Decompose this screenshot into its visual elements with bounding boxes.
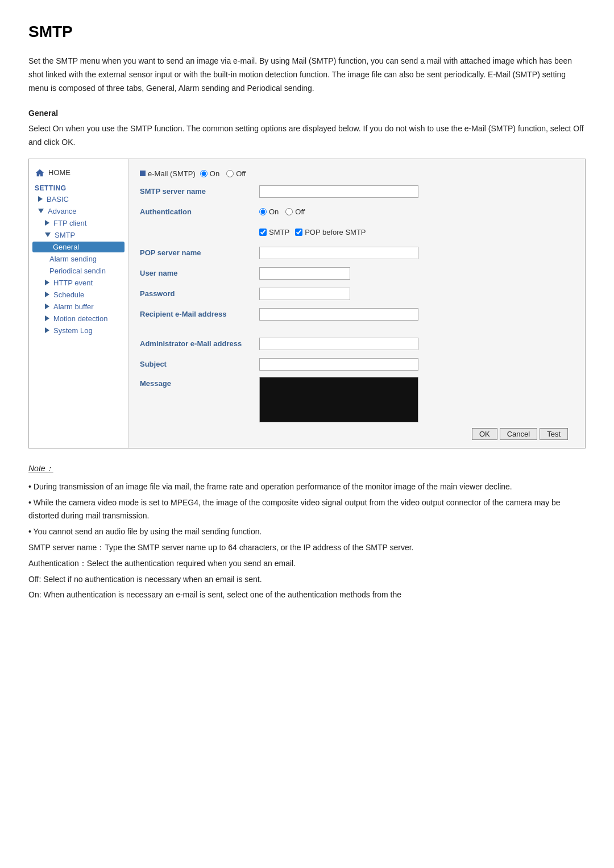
subject-row: Subject bbox=[140, 356, 574, 372]
sidebar-item-ftp-client[interactable]: FTP client bbox=[29, 217, 128, 229]
general-heading: General bbox=[28, 109, 586, 118]
note-item-0: • During transmission of an image file v… bbox=[28, 480, 586, 494]
recipient-row: Recipient e-Mail address bbox=[140, 306, 574, 322]
auth-off-label[interactable]: Off bbox=[285, 207, 305, 216]
intro-text: Set the SMTP menu when you want to send … bbox=[28, 55, 586, 95]
arrow-right-icon-http bbox=[45, 280, 49, 285]
notes-section: Note： • During transmission of an image … bbox=[28, 462, 586, 602]
password-row: Password bbox=[140, 286, 574, 302]
sidebar-item-advance[interactable]: Advance bbox=[29, 205, 128, 217]
page-title: SMTP bbox=[28, 23, 586, 41]
auth-on-radio[interactable] bbox=[259, 208, 267, 215]
email-smtp-on-label[interactable]: On bbox=[200, 169, 219, 178]
sidebar-home[interactable]: HOME bbox=[29, 165, 128, 181]
pop-server-input[interactable] bbox=[259, 247, 418, 259]
main-form: e-Mail (SMTP) On Off SMTP server name Au… bbox=[128, 159, 585, 448]
pop-checkbox[interactable] bbox=[295, 229, 302, 236]
sidebar-item-periodical-sending[interactable]: Periodical sendin bbox=[29, 265, 128, 277]
message-row: Message bbox=[140, 377, 574, 422]
sidebar-syslog-label: System Log bbox=[53, 326, 93, 335]
arrow-down-icon bbox=[38, 209, 44, 213]
auth-type-row: SMTP POP before SMTP bbox=[140, 225, 574, 240]
password-label: Password bbox=[140, 289, 259, 298]
email-smtp-off-label[interactable]: Off bbox=[226, 169, 246, 178]
email-smtp-row: e-Mail (SMTP) On Off bbox=[140, 169, 574, 178]
subject-input[interactable] bbox=[259, 358, 418, 371]
arrow-down-icon-smtp bbox=[45, 232, 51, 237]
auth-on-text: On bbox=[269, 207, 279, 216]
note-title: Note： bbox=[28, 462, 586, 476]
home-label: HOME bbox=[48, 168, 70, 177]
admin-email-input[interactable] bbox=[259, 338, 418, 350]
message-textarea[interactable] bbox=[259, 377, 418, 422]
smtp-server-input[interactable] bbox=[259, 185, 418, 198]
cancel-button[interactable]: Cancel bbox=[500, 428, 537, 440]
password-input[interactable] bbox=[259, 288, 350, 300]
email-smtp-on-text: On bbox=[210, 169, 219, 178]
sidebar-item-alarm-sending[interactable]: Alarm sending bbox=[29, 253, 128, 265]
sidebar-http-label: HTTP event bbox=[53, 279, 93, 287]
test-button[interactable]: Test bbox=[540, 428, 568, 440]
note-item-6: On: When authentication is necessary an … bbox=[28, 588, 586, 602]
sidebar-general-label: General bbox=[53, 243, 79, 251]
sidebar-item-smtp[interactable]: SMTP bbox=[29, 229, 128, 241]
note-item-2: • You cannot send an audio file by using… bbox=[28, 525, 586, 539]
note-item-4: Authentication：Select the authentication… bbox=[28, 557, 586, 571]
sidebar-item-basic[interactable]: BASIC bbox=[29, 193, 128, 205]
arrow-right-icon bbox=[38, 196, 43, 202]
sidebar-item-motion-detection[interactable]: Motion detection bbox=[29, 313, 128, 325]
spacer bbox=[140, 327, 574, 336]
note-item-5: Off: Select if no authentication is nece… bbox=[28, 573, 586, 587]
sidebar-item-alarm-buffer[interactable]: Alarm buffer bbox=[29, 301, 128, 313]
recipient-input[interactable] bbox=[259, 308, 418, 321]
smtp-checkbox[interactable] bbox=[259, 229, 267, 236]
authentication-row: Authentication On Off bbox=[140, 204, 574, 220]
sidebar-alarm-buffer-label: Alarm buffer bbox=[53, 302, 94, 311]
email-smtp-radio-group: On Off bbox=[200, 169, 246, 178]
smtp-checkbox-label[interactable]: SMTP bbox=[259, 228, 289, 236]
arrow-right-icon-schedule bbox=[45, 292, 49, 297]
admin-email-label: Administrator e-Mail address bbox=[140, 339, 259, 348]
recipient-label: Recipient e-Mail address bbox=[140, 310, 259, 318]
sidebar: HOME SETTING BASIC Advance FTP client SM… bbox=[29, 159, 128, 448]
email-smtp-field-label: e-Mail (SMTP) bbox=[148, 169, 196, 178]
sidebar-item-general[interactable]: General bbox=[32, 242, 125, 252]
ui-panel: HOME SETTING BASIC Advance FTP client SM… bbox=[28, 159, 586, 448]
sidebar-motion-label: Motion detection bbox=[53, 314, 107, 323]
ok-button[interactable]: OK bbox=[472, 428, 497, 440]
buttons-row: OK Cancel Test bbox=[140, 428, 574, 440]
sidebar-item-schedule[interactable]: Schedule bbox=[29, 289, 128, 301]
arrow-right-icon-syslog bbox=[45, 327, 49, 333]
auth-on-label[interactable]: On bbox=[259, 207, 279, 216]
sidebar-ftp-label: FTP client bbox=[53, 219, 86, 227]
smtp-server-label: SMTP server name bbox=[140, 187, 259, 196]
auth-off-radio[interactable] bbox=[285, 208, 293, 215]
note-item-1: • While the camera video mode is set to … bbox=[28, 496, 586, 524]
arrow-right-icon-alarm bbox=[45, 304, 49, 309]
sidebar-alarm-sending-label: Alarm sending bbox=[49, 255, 97, 263]
sidebar-basic-label: BASIC bbox=[47, 195, 69, 203]
auth-off-text: Off bbox=[295, 207, 305, 216]
pop-server-row: POP server name bbox=[140, 245, 574, 261]
note-item-3: SMTP server name：Type the SMTP server na… bbox=[28, 541, 586, 555]
sidebar-smtp-label: SMTP bbox=[55, 231, 75, 239]
square-icon bbox=[140, 171, 146, 176]
pop-server-label: POP server name bbox=[140, 248, 259, 257]
sidebar-item-http-event[interactable]: HTTP event bbox=[29, 277, 128, 289]
user-name-input[interactable] bbox=[259, 267, 350, 280]
auth-checkboxes: SMTP POP before SMTP bbox=[259, 228, 366, 236]
arrow-right-icon-motion bbox=[45, 315, 49, 321]
message-label: Message bbox=[140, 377, 259, 388]
sidebar-item-system-log[interactable]: System Log bbox=[29, 325, 128, 337]
email-smtp-off-radio[interactable] bbox=[226, 170, 234, 177]
email-smtp-off-text: Off bbox=[236, 169, 246, 178]
sidebar-advance-label: Advance bbox=[48, 207, 77, 215]
user-name-label: User name bbox=[140, 269, 259, 277]
email-smtp-on-radio[interactable] bbox=[200, 170, 208, 177]
sidebar-periodical-label: Periodical sendin bbox=[49, 267, 106, 275]
subject-label: Subject bbox=[140, 360, 259, 368]
authentication-label: Authentication bbox=[140, 207, 259, 216]
smtp-server-row: SMTP server name bbox=[140, 184, 574, 200]
setting-label: SETTING bbox=[29, 181, 128, 193]
pop-checkbox-label[interactable]: POP before SMTP bbox=[295, 228, 366, 236]
